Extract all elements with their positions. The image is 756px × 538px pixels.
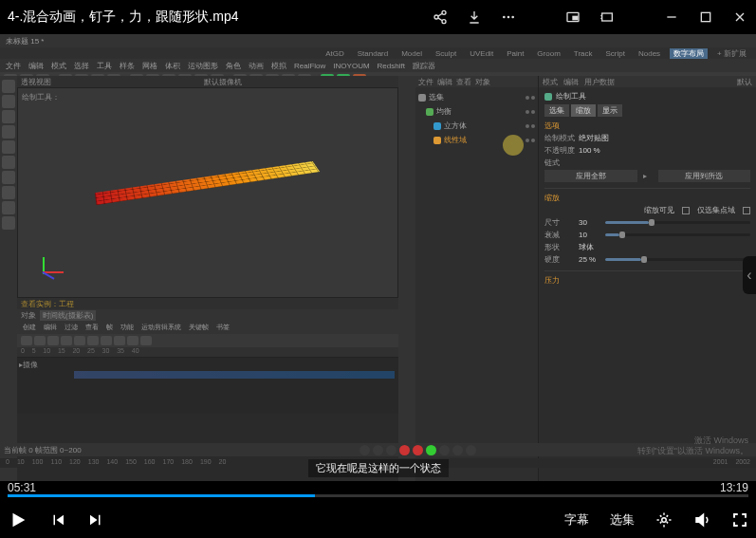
titlebar: 4-.混合动画，钉子，力，跟随形状.mp4: [0, 0, 756, 34]
timeline-track-label: ▸摄像: [19, 360, 66, 370]
properties-panel: 模式编辑用户数据默认 绘制工具 选集 缩放 显示 选项 绘制模式绝对贴图 不透明…: [539, 76, 756, 481]
c4d-menubar: 文件编辑模式选择工具样条网格体积运动图形角色动画模拟RealFlowINOYOU…: [0, 59, 756, 72]
share-icon[interactable]: [432, 9, 449, 26]
windows-activate-watermark: 激活 Windows转到"设置"以激活 Windows。: [637, 436, 748, 456]
tree-item: 均衡: [418, 104, 535, 119]
progress-bar[interactable]: [8, 494, 748, 497]
svg-rect-8: [602, 13, 613, 21]
svg-rect-7: [573, 16, 578, 19]
cursor-highlight: [503, 135, 524, 156]
c4d-viewport: 绘制工具：: [17, 87, 398, 298]
axis-gizmo: [43, 257, 71, 286]
prop-slider-row: 衰减10: [544, 230, 750, 240]
svg-point-0: [442, 10, 446, 14]
episodes-button[interactable]: 选集: [610, 511, 635, 529]
side-drawer-handle[interactable]: ‹: [743, 256, 756, 294]
section-header: 选项: [544, 121, 750, 131]
svg-point-1: [434, 15, 438, 19]
svg-point-2: [442, 20, 446, 24]
prev-button[interactable]: [49, 511, 66, 529]
maximize-button[interactable]: [697, 9, 714, 26]
svg-point-10: [662, 518, 667, 523]
svg-point-4: [507, 16, 510, 19]
tree-item: 选集: [418, 90, 535, 104]
minimize-button[interactable]: [663, 9, 680, 26]
timeline-track: [74, 371, 395, 379]
video-subtitle: 它现在呢是这样的一个状态: [308, 459, 449, 477]
compact-icon[interactable]: [599, 9, 616, 26]
props-tabs: 选集 缩放 显示: [544, 104, 750, 117]
tree-item: 立方体: [418, 119, 535, 133]
download-icon[interactable]: [466, 9, 483, 26]
prop-slider-row: 形状球体: [544, 242, 750, 252]
next-button[interactable]: [87, 511, 104, 529]
section-header: 压力: [544, 275, 750, 286]
total-time: 13:19: [720, 481, 748, 494]
subtitles-button[interactable]: 字幕: [564, 511, 589, 529]
svg-point-3: [503, 16, 506, 19]
pip-icon[interactable]: [564, 9, 581, 26]
section-header: 缩放: [544, 193, 750, 203]
viewport-header: 透视视图 默认摄像机: [17, 76, 398, 87]
c4d-layout-tabs: AtGDStandardModelSculptUVEditPaintGroomT…: [0, 47, 756, 59]
more-icon[interactable]: [500, 9, 517, 26]
video-player-controls: 05:31 13:19 字幕 选集: [0, 481, 756, 538]
fullscreen-icon[interactable]: [731, 511, 748, 529]
timeline-tabs: 对象时间线(摄影表): [17, 309, 398, 321]
viewport-tool-label: 绘制工具：: [22, 92, 60, 102]
window-title: 4-.混合动画，钉子，力，跟随形状.mp4: [8, 9, 432, 26]
prop-slider-row: 尺寸30: [544, 217, 750, 228]
video-content: 未标题 15 * AtGDStandardModelSculptUVEditPa…: [0, 34, 756, 481]
c4d-app-titlebar: 未标题 15 *: [0, 34, 756, 47]
prop-slider-row: 硬度25 %: [544, 254, 750, 265]
volume-icon[interactable]: [693, 511, 710, 529]
c4d-doc-title: 未标题 15 *: [6, 36, 44, 46]
viewport-object: [95, 161, 347, 252]
c4d-left-toolbar: [0, 76, 17, 481]
svg-point-5: [511, 16, 514, 19]
current-time: 05:31: [8, 481, 36, 494]
svg-rect-9: [701, 12, 710, 21]
settings-icon[interactable]: [655, 511, 673, 529]
play-button[interactable]: [8, 510, 28, 530]
close-button[interactable]: [731, 9, 748, 26]
viewport-footer: 查看实例：工程: [17, 298, 398, 309]
props-title: 绘制工具: [544, 91, 750, 102]
c4d-mid-toolbar: [398, 76, 415, 481]
timeline-panel: 创建编辑过滤查看帧功能运动剪辑系统关键帧书签 0 5 10 15 20 25 3…: [17, 321, 398, 481]
